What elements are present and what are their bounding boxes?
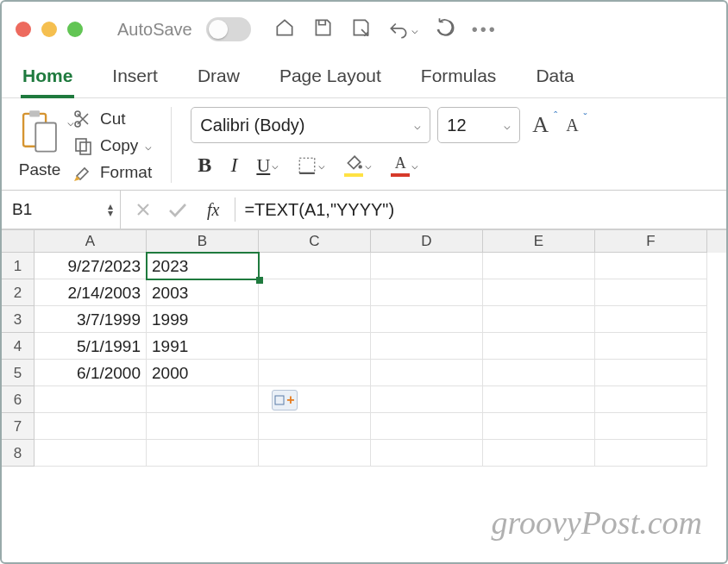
row-header[interactable]: 6 [2,386,35,413]
cell[interactable] [595,386,707,413]
undo-button[interactable]: ⌵ [387,18,418,41]
row-header[interactable]: 2 [2,279,35,306]
cell[interactable] [595,413,707,440]
formula-input[interactable] [235,200,726,220]
row-header[interactable]: 3 [2,306,35,333]
cell[interactable] [483,306,595,333]
cell[interactable] [483,413,595,440]
borders-button[interactable]: ⌵ [298,156,325,175]
tab-formulas[interactable]: Formulas [419,62,499,98]
cell[interactable]: 5/1/1991 [35,333,147,360]
fx-label[interactable]: fx [207,200,219,220]
copy-button[interactable]: Copy ⌵ [72,135,152,156]
cell[interactable] [35,440,147,467]
font-size-combo[interactable]: 12 ⌵ [437,107,520,143]
cell[interactable] [259,306,371,333]
decrease-font-size-button[interactable]: Aˇ [566,116,578,135]
tab-draw[interactable]: Draw [196,62,242,98]
cell[interactable]: 2000 [147,360,259,386]
cell[interactable] [483,386,595,413]
fullscreen-window-button[interactable] [67,22,83,37]
cell[interactable] [259,413,371,440]
close-window-button[interactable] [16,22,31,37]
cell[interactable] [35,386,147,413]
column-header[interactable]: F [595,230,707,253]
cell[interactable]: 2003 [147,279,259,306]
underline-button[interactable]: U ⌵ [256,154,279,177]
name-box[interactable]: B1 ▴▾ [2,191,121,229]
cell[interactable] [371,440,483,467]
row-header[interactable]: 8 [2,440,35,467]
cell[interactable] [371,413,483,440]
cell[interactable] [483,360,595,386]
cell[interactable] [595,333,707,360]
cell[interactable] [147,386,259,413]
cancel-formula-icon[interactable] [135,201,152,218]
cell[interactable] [35,413,147,440]
autofill-options-icon[interactable]: + [272,390,298,410]
spreadsheet-grid[interactable]: A B C D E F 19/27/20232023 22/14/2003200… [2,230,726,467]
paste-button[interactable]: ⌵ Paste [16,107,64,179]
cell[interactable]: 3/7/1999 [35,306,147,333]
home-icon[interactable] [273,16,296,42]
cell[interactable] [371,253,483,279]
tab-insert[interactable]: Insert [110,62,160,98]
cell[interactable] [595,360,707,386]
column-header[interactable]: A [35,230,147,253]
cell[interactable] [483,440,595,467]
cell[interactable]: 6/1/2000 [35,360,147,386]
confirm-formula-icon[interactable] [167,201,188,218]
cell[interactable] [259,333,371,360]
cell[interactable] [371,333,483,360]
fill-color-button[interactable]: ⌵ [344,154,372,177]
increase-font-size-button[interactable]: Aˆ [532,112,549,138]
cell[interactable] [371,386,483,413]
save-edit-icon[interactable] [349,16,372,42]
cell[interactable]: 2/14/2003 [35,279,147,306]
cell[interactable] [259,279,371,306]
save-icon[interactable] [311,16,334,42]
cell[interactable]: 9/27/2023 [35,253,147,279]
cell[interactable] [259,440,371,467]
autosave-toggle[interactable] [206,17,251,41]
cell[interactable] [483,279,595,306]
cut-button[interactable]: Cut [72,109,152,129]
cell[interactable] [595,279,707,306]
cell[interactable]: 1991 [147,333,259,360]
tab-data[interactable]: Data [534,62,575,98]
cell[interactable] [371,279,483,306]
italic-button[interactable]: I [230,154,237,177]
column-header[interactable]: D [371,230,483,253]
cell[interactable]: 1999 [147,306,259,333]
cell[interactable] [595,440,707,467]
cell[interactable] [147,440,259,467]
cell[interactable]: 2023 [147,253,259,279]
row-header[interactable]: 4 [2,333,35,360]
cell[interactable] [259,360,371,386]
row-header[interactable]: 7 [2,413,35,440]
fill-handle[interactable] [256,277,263,284]
redo-icon[interactable] [434,16,456,42]
cell[interactable] [595,253,707,279]
chevron-down-icon[interactable]: ⌵ [67,116,74,128]
chevron-down-icon[interactable]: ⌵ [145,140,152,153]
bold-button[interactable]: B [198,154,211,177]
column-header[interactable]: C [259,230,371,253]
format-painter-button[interactable]: Format [72,162,152,183]
cell[interactable] [483,333,595,360]
font-color-button[interactable]: A ⌵ [391,154,418,177]
cell[interactable] [595,306,707,333]
select-all-corner[interactable] [2,230,35,253]
column-header[interactable]: E [483,230,595,253]
cell[interactable] [147,413,259,440]
namebox-stepper[interactable]: ▴▾ [108,203,113,216]
cell[interactable] [483,253,595,279]
minimize-window-button[interactable] [41,22,57,37]
more-icon[interactable]: ••• [472,20,498,40]
column-header[interactable]: B [147,230,259,253]
tab-page-layout[interactable]: Page Layout [278,62,383,98]
font-name-combo[interactable]: Calibri (Body) ⌵ [191,107,430,143]
cell[interactable] [259,253,371,279]
cell[interactable] [371,360,483,386]
row-header[interactable]: 1 [2,253,35,279]
